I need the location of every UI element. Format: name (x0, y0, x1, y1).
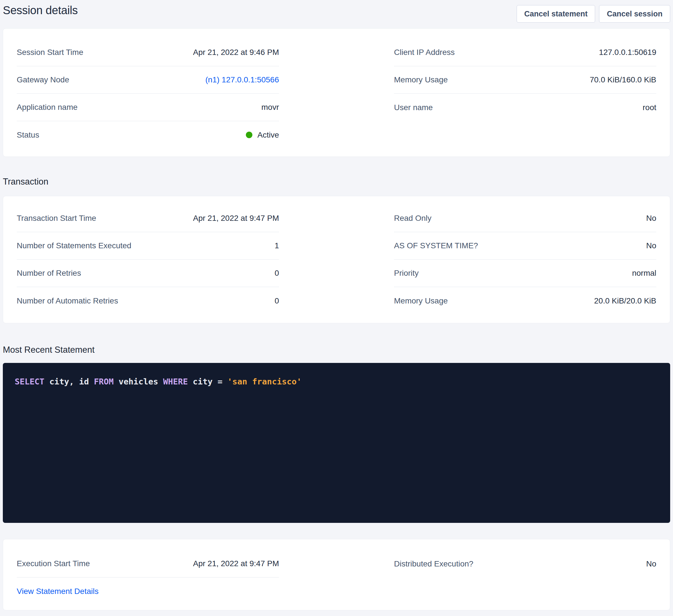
detail-row-gateway-node: Gateway Node (n1) 127.0.0.1:50566 (17, 66, 279, 94)
detail-label: Number of Automatic Retries (17, 296, 118, 305)
detail-row-distributed-execution: Distributed Execution? No (394, 550, 656, 578)
detail-row-as-of-system-time: AS OF SYSTEM TIME? No (394, 232, 656, 260)
detail-row-priority: Priority normal (394, 260, 656, 287)
sql-keyword-token: FROM (94, 377, 114, 386)
transaction-card: Transaction Start Time Apr 21, 2022 at 9… (3, 196, 670, 323)
execution-card-right-column: Distributed Execution? No (394, 550, 656, 578)
sql-keyword-token: SELECT (15, 377, 44, 386)
detail-label: Priority (394, 269, 419, 278)
detail-row-read-only: Read Only No (394, 205, 656, 232)
sql-plain-token: city = (188, 377, 227, 386)
detail-label: Memory Usage (394, 75, 448, 84)
detail-label: AS OF SYSTEM TIME? (394, 241, 478, 250)
detail-value: Apr 21, 2022 at 9:47 PM (193, 214, 279, 223)
detail-value: normal (632, 269, 656, 278)
cancel-statement-button[interactable]: Cancel statement (517, 5, 596, 23)
execution-card: Execution Start Time Apr 21, 2022 at 9:4… (3, 539, 670, 610)
execution-card-left-column: Execution Start Time Apr 21, 2022 at 9:4… (17, 550, 279, 605)
section-heading-most-recent-statement: Most Recent Statement (3, 345, 670, 355)
detail-row-session-memory-usage: Memory Usage 70.0 KiB/160.0 KiB (394, 66, 656, 94)
detail-value: No (646, 559, 656, 568)
detail-row-number-of-retries: Number of Retries 0 (17, 260, 279, 287)
detail-row-client-ip: Client IP Address 127.0.0.1:50619 (394, 39, 656, 66)
detail-value: No (646, 241, 656, 250)
detail-value: No (646, 214, 656, 223)
detail-label: Session Start Time (17, 48, 83, 57)
detail-value: 0 (274, 296, 279, 305)
detail-row-user-name: User name root (394, 94, 656, 121)
view-statement-details-link[interactable]: View Statement Details (17, 587, 98, 596)
sql-statement-box: SELECT city, id FROM vehicles WHERE city… (3, 363, 670, 523)
detail-value: movr (261, 103, 279, 112)
gateway-node-link[interactable]: (n1) 127.0.0.1:50566 (205, 75, 279, 84)
page-header: Session details Cancel statement Cancel … (3, 0, 670, 28)
detail-row-transaction-memory-usage: Memory Usage 20.0 KiB/20.0 KiB (394, 287, 656, 315)
detail-label: Number of Retries (17, 269, 81, 278)
detail-label: Read Only (394, 214, 431, 223)
status-badge: Active (246, 130, 279, 139)
header-actions: Cancel statement Cancel session (517, 4, 670, 23)
detail-value: Apr 21, 2022 at 9:47 PM (193, 559, 279, 568)
sql-plain-token: city, id (44, 377, 94, 386)
detail-label: Number of Statements Executed (17, 241, 132, 250)
transaction-card-right-column: Read Only No AS OF SYSTEM TIME? No Prior… (394, 205, 656, 315)
detail-label: Status (17, 130, 39, 139)
view-statement-details-row: View Statement Details (17, 578, 279, 605)
sql-plain-token: vehicles (114, 377, 163, 386)
session-card: Session Start Time Apr 21, 2022 at 9:46 … (3, 28, 670, 157)
session-card-right-column: Client IP Address 127.0.0.1:50619 Memory… (394, 39, 656, 121)
detail-row-execution-start-time: Execution Start Time Apr 21, 2022 at 9:4… (17, 550, 279, 578)
status-active-dot-icon (246, 131, 252, 138)
detail-value: 127.0.0.1:50619 (599, 48, 656, 57)
detail-value: 0 (274, 269, 279, 278)
detail-row-session-start-time: Session Start Time Apr 21, 2022 at 9:46 … (17, 39, 279, 66)
detail-value: 70.0 KiB/160.0 KiB (590, 75, 656, 84)
transaction-card-left-column: Transaction Start Time Apr 21, 2022 at 9… (17, 205, 279, 315)
detail-row-application-name: Application name movr (17, 94, 279, 121)
detail-label: Gateway Node (17, 75, 69, 84)
detail-label: Client IP Address (394, 48, 455, 57)
detail-value: root (643, 103, 656, 112)
sql-string-token: 'san francisco' (227, 377, 302, 386)
detail-row-transaction-start-time: Transaction Start Time Apr 21, 2022 at 9… (17, 205, 279, 232)
status-text: Active (257, 130, 279, 139)
detail-label: Execution Start Time (17, 559, 90, 568)
session-details-page: Session details Cancel statement Cancel … (0, 0, 673, 616)
cancel-session-button[interactable]: Cancel session (599, 5, 670, 23)
detail-value: Apr 21, 2022 at 9:46 PM (193, 48, 279, 57)
detail-label: Application name (17, 103, 77, 112)
detail-label: Transaction Start Time (17, 214, 96, 223)
section-heading-transaction: Transaction (3, 177, 670, 187)
session-card-left-column: Session Start Time Apr 21, 2022 at 9:46 … (17, 39, 279, 148)
detail-value: 1 (274, 241, 279, 250)
detail-label: User name (394, 103, 433, 112)
detail-label: Memory Usage (394, 296, 448, 305)
detail-row-statements-executed: Number of Statements Executed 1 (17, 232, 279, 260)
detail-label: Distributed Execution? (394, 559, 473, 568)
detail-row-automatic-retries: Number of Automatic Retries 0 (17, 287, 279, 315)
sql-keyword-token: WHERE (163, 377, 188, 386)
page-title: Session details (3, 4, 78, 17)
detail-row-status: Status Active (17, 121, 279, 148)
detail-value: 20.0 KiB/20.0 KiB (594, 296, 656, 305)
